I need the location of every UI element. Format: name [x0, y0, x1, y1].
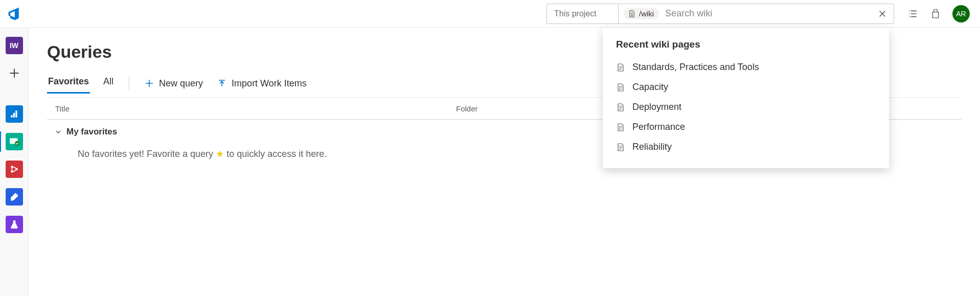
project-initials: IW — [10, 41, 18, 50]
list-icon[interactable] — [907, 8, 919, 19]
dropdown-list: Standards, Practices and Tools Capacity … — [616, 57, 876, 157]
new-query-label: New query — [159, 78, 203, 89]
document-icon — [616, 123, 625, 132]
dropdown-item-label: Performance — [632, 122, 685, 132]
chevron-down-icon — [54, 128, 62, 136]
group-label: My favorites — [66, 127, 117, 137]
search-clear-button[interactable] — [875, 7, 890, 21]
nav-test-plans[interactable] — [6, 216, 23, 233]
project-tile[interactable]: IW — [6, 37, 23, 54]
svg-point-1 — [15, 141, 19, 146]
tab-favorites[interactable]: Favorites — [47, 73, 90, 94]
dropdown-item[interactable]: Performance — [616, 117, 876, 137]
nav-overview[interactable] — [6, 105, 23, 123]
dropdown-item[interactable]: Standards, Practices and Tools — [616, 57, 876, 77]
user-avatar[interactable]: AR — [952, 5, 970, 22]
search-scope-dropdown[interactable]: This project — [546, 4, 618, 24]
dropdown-item[interactable]: Deployment — [616, 97, 876, 117]
new-query-button[interactable]: New query — [144, 76, 204, 91]
search-box[interactable]: /wiki — [618, 4, 894, 24]
column-title[interactable]: Title — [47, 104, 456, 113]
shopping-bag-icon[interactable] — [930, 8, 941, 19]
dropdown-heading: Recent wiki pages — [616, 39, 876, 50]
empty-text-after: to quickly access it here. — [224, 149, 327, 159]
nav-pipelines[interactable] — [6, 188, 23, 206]
dropdown-item-label: Reliability — [632, 142, 672, 152]
top-actions: AR — [894, 5, 980, 22]
dropdown-item-label: Capacity — [632, 82, 668, 93]
document-icon — [616, 103, 625, 112]
top-bar: This project /wiki AR — [0, 0, 980, 28]
search-scope-pill-text: /wiki — [639, 9, 654, 18]
import-work-items-button[interactable]: Import Work Items — [216, 76, 308, 91]
nav-repos[interactable] — [6, 161, 23, 178]
dropdown-item[interactable]: Capacity — [616, 77, 876, 97]
search-scope-pill[interactable]: /wiki — [624, 8, 659, 19]
search-suggestions-dropdown: Recent wiki pages Standards, Practices a… — [603, 28, 889, 168]
star-icon: ★ — [216, 149, 224, 159]
add-button[interactable] — [6, 64, 23, 82]
divider — [129, 76, 129, 90]
tab-all[interactable]: All — [102, 73, 115, 94]
left-nav-rail: IW — [0, 28, 29, 296]
dropdown-item-label: Standards, Practices and Tools — [632, 62, 759, 73]
tabs: Favorites All — [47, 73, 115, 94]
plus-icon — [145, 79, 154, 88]
empty-text-before: No favorites yet! Favorite a query — [78, 149, 216, 159]
search-input[interactable] — [659, 8, 875, 19]
dropdown-item[interactable]: Reliability — [616, 137, 876, 157]
import-icon — [217, 79, 226, 88]
dropdown-item-label: Deployment — [632, 102, 681, 112]
avatar-initials: AR — [956, 10, 966, 18]
nav-boards[interactable] — [6, 133, 23, 150]
document-icon — [628, 10, 636, 18]
document-icon — [616, 83, 625, 92]
document-icon — [616, 63, 625, 72]
azure-devops-logo[interactable] — [0, 7, 29, 21]
search-scope-label: This project — [554, 9, 597, 18]
document-icon — [616, 143, 625, 152]
import-label: Import Work Items — [232, 78, 307, 89]
